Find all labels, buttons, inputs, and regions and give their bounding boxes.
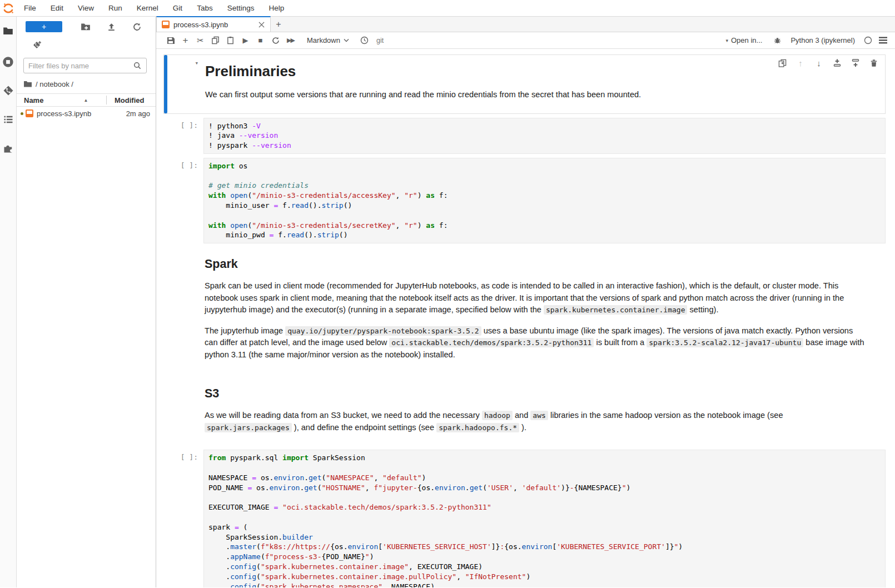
- breadcrumb-path: / notebook /: [36, 80, 73, 88]
- extension-manager-icon[interactable]: [2, 142, 15, 155]
- inline-code: spark:3.5.2-scala2.12-java17-ubuntu: [647, 338, 803, 347]
- filter-files-box: [23, 58, 147, 73]
- code-editor[interactable]: ! python3 -V! java --version! pyspark --…: [203, 118, 886, 154]
- home-folder-icon[interactable]: [23, 79, 32, 88]
- notebook-cell-1[interactable]: [ ]:! python3 -V! java --version! pyspar…: [163, 118, 886, 154]
- menu-item-tabs[interactable]: Tabs: [190, 0, 220, 17]
- cut-cell-icon[interactable]: ✂: [193, 34, 208, 47]
- code-editor[interactable]: from pyspark.sql import SparkSession NAM…: [203, 450, 886, 587]
- kernel-name[interactable]: Python 3 (ipykernel): [790, 36, 855, 44]
- stop-kernel-icon[interactable]: ■: [253, 34, 268, 47]
- file-browser-icon[interactable]: [2, 24, 15, 37]
- cell-prompt: [ ]:: [167, 158, 203, 243]
- hamburger-menu-icon[interactable]: [876, 34, 891, 47]
- new-launcher-button[interactable]: +: [26, 21, 62, 32]
- run-cell-icon[interactable]: ▶: [238, 34, 253, 47]
- file-browser-panel: +: [17, 17, 156, 587]
- activity-bar: [0, 17, 17, 587]
- collapse-heading-icon[interactable]: ▾: [195, 59, 198, 67]
- menu-item-help[interactable]: Help: [261, 0, 291, 17]
- file-row[interactable]: process-s3.ipynb2m ago: [17, 107, 156, 120]
- notebook-cell-4[interactable]: S3As we will be reading data from an S3 …: [163, 377, 886, 446]
- git-clone-row: [17, 37, 156, 53]
- tab-close-icon[interactable]: [257, 20, 266, 29]
- chevron-down-icon: [344, 38, 349, 42]
- column-header-modified[interactable]: Modified: [107, 96, 156, 104]
- open-in-dropdown[interactable]: ▾ Open in...: [725, 36, 762, 44]
- notebook-cell-5[interactable]: [ ]:from pyspark.sql import SparkSession…: [163, 450, 886, 587]
- insert-cell-above-icon[interactable]: [833, 58, 842, 67]
- debugger-bug-icon[interactable]: [770, 34, 785, 47]
- inline-code: spark.hadoopo.fs.*: [436, 423, 519, 432]
- restart-run-all-icon[interactable]: ▶▶: [283, 34, 298, 47]
- insert-cell-below-icon[interactable]: [851, 58, 860, 67]
- tab-title: process-s3.ipynb: [170, 21, 257, 29]
- column-header-name[interactable]: Name ▲: [17, 96, 106, 104]
- rendered-markdown: S3As we will be reading data from an S3 …: [203, 377, 886, 446]
- running-kernels-icon[interactable]: [2, 55, 15, 68]
- markdown-heading: S3: [205, 387, 886, 401]
- git-sidebar-icon[interactable]: [2, 84, 15, 97]
- inline-code: spark.jars.packages: [205, 423, 292, 432]
- move-cell-down-icon[interactable]: ↓: [814, 58, 823, 67]
- code-cell-body: from pyspark.sql import SparkSession NAM…: [203, 450, 886, 587]
- menu-item-settings[interactable]: Settings: [220, 0, 262, 17]
- delete-cell-icon[interactable]: [869, 58, 878, 67]
- menu-item-git[interactable]: Git: [166, 0, 190, 17]
- code-editor[interactable]: import os # get minio credentialswith op…: [203, 158, 886, 243]
- new-tab-button[interactable]: +: [271, 17, 286, 32]
- notebook-toolbar: + ✂ ▶ ■ ▶▶ Markdown: [156, 32, 895, 49]
- table-of-contents-icon[interactable]: [2, 113, 15, 126]
- tab-bar: process-s3.ipynb +: [156, 17, 895, 32]
- restart-kernel-icon[interactable]: [268, 34, 283, 47]
- notebook-scroll-area[interactable]: ▾PreliminariesWe can first output some v…: [156, 49, 895, 587]
- notebook-cell-2[interactable]: [ ]:import os # get minio credentialswit…: [163, 158, 886, 243]
- markdown-paragraph: Spark can be used in client mode (recomm…: [205, 280, 866, 316]
- cell-prompt: [167, 247, 203, 373]
- markdown-paragraph: We can first output some versions that a…: [205, 89, 867, 101]
- menu-item-edit[interactable]: Edit: [43, 0, 71, 17]
- upload-icon[interactable]: [98, 20, 125, 33]
- rendered-markdown: SparkSpark can be used in client mode (r…: [203, 247, 886, 373]
- refresh-icon[interactable]: [124, 20, 150, 33]
- tab-process-s3[interactable]: process-s3.ipynb: [156, 16, 271, 32]
- file-list: process-s3.ipynb2m ago: [17, 107, 156, 120]
- git-toolbar-label: git: [376, 37, 384, 44]
- filter-files-input[interactable]: [28, 62, 133, 70]
- cell-prompt: ▾: [167, 55, 204, 113]
- inline-code: quay.io/jupyter/pyspark-notebook:spark-3…: [285, 326, 481, 336]
- markdown-cell-body: SparkSpark can be used in client mode (r…: [203, 247, 886, 373]
- markdown-cell-body: S3As we will be reading data from an S3 …: [203, 377, 886, 446]
- move-cell-up-icon: ↑: [796, 58, 805, 67]
- markdown-paragraph: The jupyterhub image quay.io/jupyter/pys…: [205, 325, 866, 361]
- notebook-cell-3[interactable]: SparkSpark can be used in client mode (r…: [163, 247, 886, 373]
- paste-cell-icon[interactable]: [223, 34, 238, 47]
- save-icon[interactable]: [163, 34, 178, 47]
- kernel-status-icon[interactable]: [861, 34, 876, 47]
- notebook-cell-0[interactable]: ▾PreliminariesWe can first output some v…: [163, 54, 886, 114]
- caret-down-icon: ▾: [725, 38, 728, 43]
- copy-cell-icon[interactable]: [208, 34, 223, 47]
- menu-item-file[interactable]: File: [17, 0, 43, 17]
- insert-cell-icon[interactable]: +: [178, 34, 193, 47]
- git-clone-icon[interactable]: [32, 41, 42, 50]
- cell-prompt: [ ]:: [167, 450, 203, 587]
- inline-code: hadoop: [482, 411, 513, 420]
- file-name: process-s3.ipynb: [33, 109, 116, 118]
- cell-toolbar: ↑↓: [775, 57, 881, 68]
- search-icon: [133, 61, 142, 70]
- breadcrumb[interactable]: / notebook /: [17, 77, 156, 91]
- inline-code: spark.kubernetes.container.image: [544, 305, 687, 315]
- menu-item-kernel[interactable]: Kernel: [130, 0, 166, 17]
- cell-type-dropdown[interactable]: Markdown: [305, 35, 351, 46]
- markdown-paragraph: As we will be reading data from an S3 bu…: [205, 410, 866, 433]
- inline-code: oci.stackable.tech/demos/spark:3.5.2-pyt…: [389, 338, 594, 347]
- new-folder-icon[interactable]: [72, 20, 98, 33]
- duplicate-cell-icon[interactable]: [778, 58, 787, 67]
- code-cell-body: ! python3 -V! java --version! pyspark --…: [203, 118, 886, 154]
- menu-items: FileEditViewRunKernelGitTabsSettingsHelp: [17, 0, 291, 17]
- menu-item-view[interactable]: View: [71, 0, 101, 17]
- menu-item-run[interactable]: Run: [101, 0, 130, 17]
- jupyterlab-window: FileEditViewRunKernelGitTabsSettingsHelp: [0, 0, 895, 588]
- cell-prompt: [ ]:: [167, 118, 203, 154]
